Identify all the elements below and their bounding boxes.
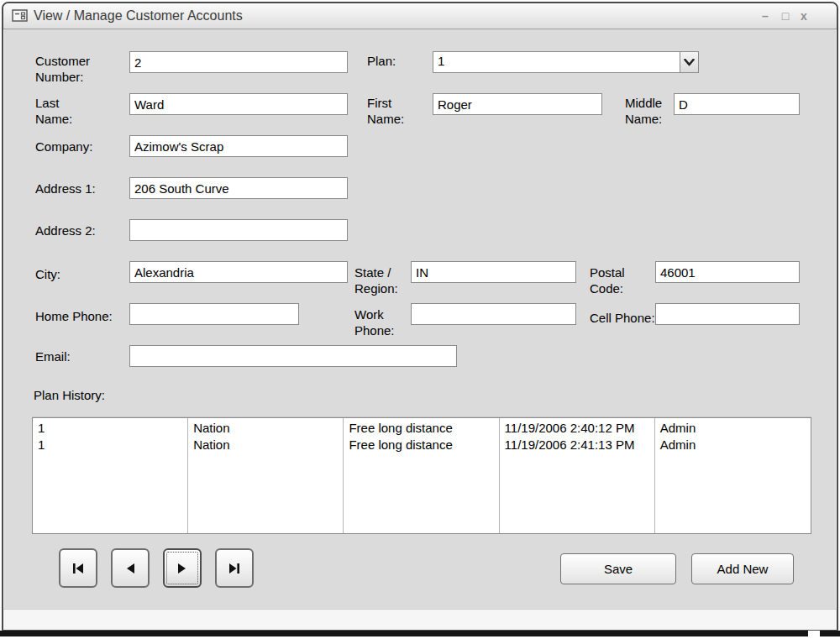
address2-label: Address 2: [35,223,96,238]
save-button[interactable]: Save [560,553,676,584]
customer-accounts-window: View / Manage Customer Accounts – □ x Cu… [2,2,838,631]
state-field[interactable] [411,261,576,283]
grid-cell[interactable]: Admin [655,420,811,437]
address2-field[interactable] [129,219,348,241]
middle-name-label: Middle Name: [625,95,675,127]
email-label: Email: [35,348,71,364]
add-new-button[interactable]: Add New [691,553,794,584]
grid-cell[interactable]: 1 [33,420,187,437]
next-record-icon [177,563,187,574]
home-phone-label: Home Phone: [35,308,113,324]
bottom-rule-notch [808,631,820,636]
grid-column-plan-id: 1 1 [33,418,188,533]
grid-cell[interactable]: Admin [655,437,811,453]
company-field[interactable] [129,135,348,157]
first-record-icon [71,563,85,574]
plan-selected-value: 1 [433,52,680,72]
grid-cell[interactable]: Free long distance [344,420,498,437]
plan-dropdown-button[interactable] [680,52,698,72]
grid-cell[interactable]: 11/19/2006 2:40:12 PM [500,420,654,437]
address1-field[interactable] [129,177,348,199]
cell-phone-field[interactable] [655,303,800,325]
city-label: City: [35,266,60,282]
grid-cell[interactable]: 1 [33,437,187,453]
plan-history-label: Plan History: [34,387,105,403]
first-record-button[interactable] [59,548,97,588]
close-icon[interactable]: x [796,8,811,24]
last-record-icon [228,563,241,574]
window-footer-strip [3,609,837,630]
chevron-down-icon [684,59,695,66]
plan-history-grid[interactable]: 1 1 Nation Nation Free long distance Fre… [32,417,811,534]
first-name-field[interactable] [433,93,602,115]
screenshot-root: View / Manage Customer Accounts – □ x Cu… [0,0,840,639]
last-name-field[interactable] [129,93,348,115]
grid-column-description: Free long distance Free long distance [344,418,499,533]
grid-cell[interactable]: Nation [188,437,343,453]
grid-column-timestamp: 11/19/2006 2:40:12 PM 11/19/2006 2:41:13… [500,418,655,533]
work-phone-field[interactable] [411,303,576,325]
grid-column-user: Admin Admin [655,418,811,533]
customer-number-field[interactable] [129,51,348,73]
grid-cell[interactable]: Nation [188,420,343,437]
last-name-label: Last Name: [35,95,94,127]
grid-cell[interactable]: Free long distance [344,437,498,453]
last-record-button[interactable] [215,548,254,588]
postal-code-label: Postal Code: [590,265,640,296]
bottom-rule [0,631,840,636]
maximize-icon[interactable]: □ [778,8,793,24]
postal-code-field[interactable] [655,261,800,283]
previous-record-button[interactable] [111,548,150,588]
first-name-label: First Name: [367,95,413,127]
form-icon [12,9,29,23]
work-phone-label: Work Phone: [354,306,401,338]
city-field[interactable] [129,261,348,283]
title-bar: View / Manage Customer Accounts – □ x [3,3,837,29]
middle-name-field[interactable] [674,93,800,115]
cell-phone-label: Cell Phone: [590,310,655,326]
state-label: State / Region: [354,265,410,296]
home-phone-field[interactable] [129,303,299,325]
address1-label: Address 1: [35,181,96,196]
plan-label: Plan: [367,53,396,69]
next-record-button[interactable] [163,548,202,588]
form-body: Customer Number: Plan: 1 Last Name: Firs… [3,29,837,630]
previous-record-icon [125,563,135,574]
grid-column-plan-name: Nation Nation [188,418,344,533]
email-field[interactable] [129,345,457,367]
grid-cell[interactable]: 11/19/2006 2:41:13 PM [500,437,654,453]
customer-number-label: Customer Number: [35,53,119,85]
minimize-icon[interactable]: – [758,8,773,24]
company-label: Company: [35,139,92,155]
plan-select[interactable]: 1 [433,51,699,73]
window-title: View / Manage Customer Accounts [34,3,243,29]
